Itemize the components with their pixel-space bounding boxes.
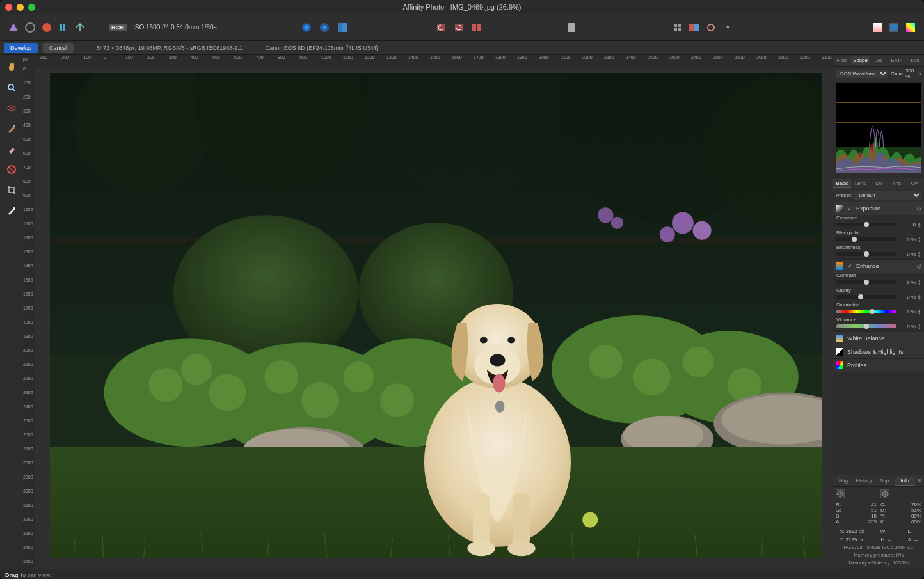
tab-foc[interactable]: Foc bbox=[906, 56, 924, 65]
svg-marker-0 bbox=[9, 23, 18, 31]
canvas-viewport[interactable] bbox=[35, 67, 833, 569]
redeye-tool-icon[interactable] bbox=[4, 101, 19, 115]
white-balance-tool-icon[interactable] bbox=[4, 203, 19, 218]
vibrance-slider-track[interactable] bbox=[836, 324, 896, 328]
svg-rect-79 bbox=[473, 493, 490, 546]
preset-select[interactable]: Default bbox=[854, 191, 921, 200]
rgb-sampler-icon[interactable] bbox=[836, 489, 845, 498]
swatch-icon[interactable] bbox=[887, 20, 901, 35]
tab-info[interactable]: Info bbox=[895, 477, 915, 486]
tab-exif[interactable]: EXIF bbox=[888, 56, 905, 65]
tab-ovr[interactable]: Ovr bbox=[906, 179, 924, 187]
rotate-right-icon[interactable] bbox=[452, 20, 466, 35]
palette-icon[interactable] bbox=[904, 20, 918, 35]
vibrance-slider: Vibrance 0 %▴▾ bbox=[833, 317, 924, 331]
exposure-slider-track[interactable] bbox=[836, 223, 896, 226]
cmyk-sampler: C:76% M:51% Y:89% K:65% bbox=[880, 489, 921, 525]
svg-rect-5 bbox=[338, 23, 342, 32]
hand-tool-icon[interactable] bbox=[4, 60, 19, 74]
scope-mode-select[interactable]: RGB Waveform bbox=[836, 70, 888, 78]
tab-hgm[interactable]: Hgm bbox=[833, 56, 851, 65]
fullscreen-window-button[interactable] bbox=[28, 4, 35, 11]
zoom-tool-icon[interactable] bbox=[4, 81, 19, 95]
blackpoint-slider-track[interactable] bbox=[836, 237, 896, 241]
tab-snp[interactable]: Snp bbox=[874, 477, 895, 485]
enhance-reset-icon[interactable]: ↺ bbox=[916, 263, 921, 270]
svg-point-85 bbox=[490, 354, 505, 366]
svg-point-88 bbox=[493, 374, 505, 393]
rgb-waveform-display bbox=[836, 83, 921, 173]
clarity-slider-track[interactable] bbox=[836, 295, 896, 299]
svg-line-19 bbox=[13, 89, 15, 91]
info-panel-menu-icon[interactable]: ≡ bbox=[915, 477, 924, 485]
rotate-left-icon[interactable] bbox=[434, 20, 448, 35]
status-bar: Drag to pan view. bbox=[0, 569, 924, 579]
liquify-persona-icon[interactable] bbox=[23, 20, 37, 35]
tab-nvg[interactable]: Nvg bbox=[833, 477, 854, 485]
crop-tool-icon[interactable] bbox=[4, 183, 19, 197]
enhance-swatch-icon bbox=[836, 262, 843, 270]
info-memory-pressure: Memory pressure: 0% bbox=[836, 551, 921, 559]
cmyk-sampler-icon[interactable] bbox=[880, 489, 889, 498]
toolbar-clip-group bbox=[564, 20, 578, 35]
overlay-gradient-tool-icon[interactable] bbox=[4, 163, 19, 177]
photo-persona-icon[interactable] bbox=[6, 20, 20, 35]
clipping-icon[interactable] bbox=[564, 20, 578, 35]
svg-rect-14 bbox=[678, 28, 681, 31]
overlay-erase-tool-icon[interactable] bbox=[4, 142, 19, 156]
before-after-icon[interactable] bbox=[687, 20, 701, 35]
cancel-button[interactable]: Cancel bbox=[43, 43, 74, 53]
window-title: Affinity Photo - IMG_0469.jpg (26.9%) bbox=[402, 3, 521, 11]
exposure-section-header[interactable]: ✓ Exposure ↺ bbox=[833, 202, 924, 215]
exposure-reset-icon[interactable]: ↺ bbox=[916, 205, 921, 212]
exposure-enabled-check[interactable]: ✓ bbox=[847, 205, 852, 212]
minimize-window-button[interactable] bbox=[17, 4, 24, 11]
tab-scope[interactable]: Scope bbox=[851, 56, 869, 65]
tab-history[interactable]: History bbox=[854, 477, 874, 485]
tonemap-persona-icon[interactable] bbox=[56, 20, 70, 35]
wb-swatch-icon bbox=[836, 335, 843, 342]
overlay-paint-tool-icon[interactable] bbox=[4, 122, 19, 136]
contrast-slider-track[interactable] bbox=[836, 280, 896, 284]
close-window-button[interactable] bbox=[5, 4, 12, 11]
enhance-enabled-check[interactable]: ✓ bbox=[847, 263, 852, 269]
tab-basic[interactable]: Basic bbox=[833, 179, 851, 188]
tab-loc[interactable]: Loc bbox=[870, 56, 888, 65]
exposure-section-title: Exposure bbox=[856, 205, 880, 212]
brightness-slider: Brightness 0 %▴▾ bbox=[833, 244, 924, 259]
svg-point-33 bbox=[672, 212, 694, 234]
export-persona-icon[interactable] bbox=[73, 20, 87, 35]
sync-icon[interactable] bbox=[704, 20, 718, 35]
canvas-area: px -300-200-1000100200300400500600700800… bbox=[23, 55, 833, 569]
shadows-highlights-section-header[interactable]: Shadows & Highlights bbox=[833, 345, 924, 358]
develop-persona-icon[interactable] bbox=[40, 20, 54, 35]
profiles-section-header[interactable]: Profiles bbox=[833, 358, 924, 372]
gain-dropdown-icon[interactable]: ▾ bbox=[919, 71, 921, 77]
tab-tns[interactable]: Tns bbox=[888, 179, 905, 187]
assistant-icon[interactable] bbox=[870, 20, 884, 35]
svg-rect-15 bbox=[689, 24, 694, 31]
contrast-slider: Contrast 0 %▴▾ bbox=[833, 273, 924, 287]
toolbar-rotate-group bbox=[434, 20, 484, 35]
develop-button[interactable]: Develop bbox=[4, 43, 38, 53]
sh-section-title: Shadows & Highlights bbox=[847, 349, 904, 355]
toggle-1-icon[interactable] bbox=[299, 20, 314, 35]
saturation-slider: Saturation 0 %▴▾ bbox=[833, 302, 924, 317]
mirror-icon[interactable] bbox=[470, 20, 484, 35]
right-panel: Hgm Scope Loc EXIF Foc RGB Waveform Gain… bbox=[833, 55, 924, 569]
toggle-3-icon[interactable] bbox=[335, 20, 349, 35]
develop-bar: Develop Cancel 5472 × 3648px, 19.96MP, R… bbox=[0, 41, 924, 55]
toggle-2-icon[interactable] bbox=[317, 20, 331, 35]
brightness-slider-track[interactable] bbox=[836, 252, 896, 256]
white-balance-section-header[interactable]: White Balance bbox=[833, 331, 924, 345]
exposure-swatch-icon bbox=[836, 205, 843, 212]
saturation-slider-track[interactable] bbox=[836, 310, 896, 313]
ruler-vertical: 0100200300400500600700800900100011001200… bbox=[23, 67, 35, 569]
grid-icon[interactable] bbox=[671, 20, 685, 35]
tab-lens[interactable]: Lens bbox=[851, 179, 869, 187]
dropdown-icon[interactable]: ▾ bbox=[721, 20, 735, 35]
tab-dtl[interactable]: Dtl bbox=[870, 179, 888, 187]
svg-rect-13 bbox=[674, 28, 677, 31]
enhance-section-header[interactable]: ✓ Enhance ↺ bbox=[833, 259, 924, 273]
svg-point-77 bbox=[582, 512, 598, 528]
